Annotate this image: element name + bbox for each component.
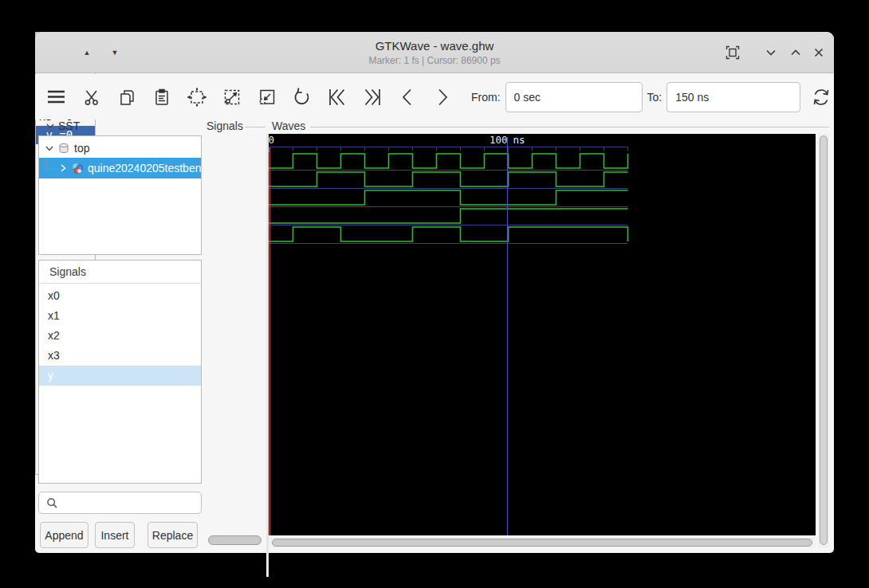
wave-vscrollbar-thumb[interactable]	[820, 135, 828, 545]
copy-button[interactable]	[116, 86, 137, 108]
svg-text:ns: ns	[513, 134, 525, 146]
wave-trace-x1	[269, 172, 628, 186]
replace-button[interactable]: Replace	[147, 522, 198, 548]
marker-cursor-status: Marker: 1 fs | Cursor: 86900 ps	[35, 55, 834, 66]
skip-to-end-button[interactable]	[361, 86, 383, 108]
zoom-in-button[interactable]	[221, 86, 242, 108]
signal-list-hscrollbar[interactable]	[208, 535, 261, 545]
fullscreen-icon	[725, 45, 741, 61]
undo-icon	[292, 87, 313, 108]
svg-text:0: 0	[269, 134, 274, 146]
paste-icon	[152, 88, 171, 107]
chevron-right-icon	[57, 163, 69, 174]
hamburger-menu-icon	[45, 86, 67, 108]
zoom-out-button[interactable]	[256, 86, 277, 108]
next-edge-button[interactable]	[431, 86, 453, 108]
maximize-button[interactable]	[785, 43, 806, 62]
append-button[interactable]: Append	[40, 522, 88, 548]
menu-button[interactable]	[45, 86, 67, 108]
reload-button[interactable]	[810, 86, 832, 108]
from-label: From:	[471, 91, 501, 104]
svg-text:100: 100	[490, 134, 508, 146]
sst-tree-panel: top quine20240205testbench	[38, 135, 202, 255]
signals-browser-header: Signals	[39, 261, 201, 284]
wave-vscrollbar[interactable]	[818, 134, 829, 548]
wave-trace-x2	[269, 190, 628, 205]
tree-item-label: quine20240205testbench	[88, 162, 202, 174]
fullscreen-button[interactable]	[722, 43, 743, 62]
signals-frame-label: Signals	[206, 120, 243, 132]
chevron-down-icon	[45, 120, 56, 131]
insert-button[interactable]: Insert	[95, 522, 135, 548]
close-icon	[812, 46, 825, 59]
sst-expander[interactable]: SST	[40, 120, 80, 132]
zoom-fit-button[interactable]	[186, 86, 207, 108]
chevron-right-icon	[433, 87, 452, 108]
tree-connector	[46, 160, 56, 170]
cut-icon	[82, 88, 101, 107]
titlebar[interactable]: ▲ ▼ GTKWave - wave.ghw Marker: 1 fs | Cu…	[35, 32, 834, 73]
prev-edge-button[interactable]	[396, 86, 418, 108]
skip-to-start-button[interactable]	[326, 86, 348, 108]
reload-icon	[811, 87, 832, 108]
from-input[interactable]	[505, 82, 643, 112]
cut-button[interactable]	[81, 86, 102, 108]
waves-frame-label: Waves	[272, 120, 305, 132]
to-label: To:	[647, 91, 663, 104]
wave-trace-y	[269, 227, 628, 241]
signal-item-y[interactable]: y	[39, 366, 201, 386]
skip-end-icon	[362, 87, 383, 108]
chevron-down-icon	[44, 143, 55, 154]
undo-button[interactable]	[291, 86, 313, 108]
chevron-left-icon	[398, 87, 417, 108]
close-button[interactable]	[808, 43, 829, 62]
zoom-in-icon	[222, 87, 242, 108]
wave-trace-x3	[269, 209, 628, 223]
copy-icon	[117, 88, 136, 107]
minimize-button[interactable]	[761, 43, 781, 62]
sst-header-label: SST	[58, 120, 80, 132]
wave-hscrollbar[interactable]	[269, 537, 816, 548]
search-icon	[46, 497, 58, 509]
tree-item-label: top	[74, 142, 89, 155]
chevron-up-icon	[789, 46, 802, 59]
wave-trace-x0	[269, 154, 628, 168]
signal-search-box[interactable]	[38, 492, 202, 514]
signal-item-x0[interactable]: x0	[39, 286, 201, 306]
module-cylinder-icon	[57, 142, 70, 155]
tree-item-top[interactable]: top	[39, 139, 201, 158]
window-title: GTKWave - wave.ghw	[35, 39, 834, 53]
signal-item-x3[interactable]: x3	[39, 346, 201, 366]
skip-start-icon	[327, 87, 348, 108]
signal-item-x1[interactable]: x1	[39, 306, 201, 326]
testbench-spheres-icon	[71, 162, 84, 174]
wave-hscrollbar-thumb[interactable]	[272, 539, 812, 547]
signal-item-x2[interactable]: x2	[39, 326, 201, 346]
to-input[interactable]	[666, 82, 800, 112]
main-toolbar: From: To:	[35, 74, 834, 120]
waves-frame-line	[310, 127, 829, 127]
search-input[interactable]	[63, 493, 197, 512]
zoom-out-icon	[257, 87, 277, 108]
zoom-fit-icon	[187, 87, 207, 108]
signals-browser-panel: Signals x0 x1 x2 x3 y	[38, 260, 202, 484]
signals-frame-line	[245, 127, 265, 127]
waveform-plot: 0100ns	[269, 134, 816, 535]
chevron-down-icon	[765, 46, 777, 59]
gtkwave-window: ▲ ▼ GTKWave - wave.ghw Marker: 1 fs | Cu…	[35, 32, 834, 553]
waveform-canvas[interactable]: 0100ns	[269, 134, 816, 535]
tree-item-testbench[interactable]: quine20240205testbench	[39, 158, 201, 178]
paste-button[interactable]	[151, 86, 172, 108]
